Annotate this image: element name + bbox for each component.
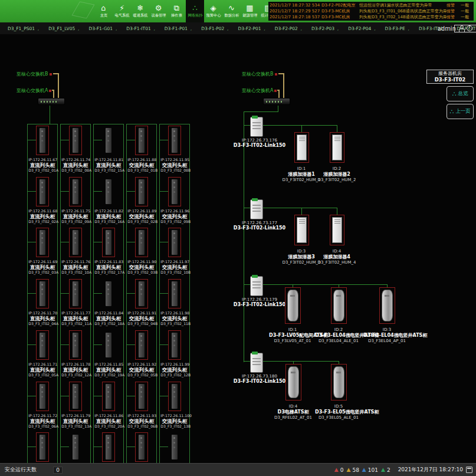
cabinet-node[interactable]: IP:172.26.11.84 直流列头柜 D3_F3_IT02_18A xyxy=(94,278,123,329)
cabinet-icon xyxy=(106,333,111,357)
cabinet-alarm-frame xyxy=(36,330,49,360)
cabinet-node[interactable]: IP:172.26.11.76 直流列头柜 D3_F3_IT02_10A xyxy=(61,226,90,278)
page-tab[interactable]: D3-F2-P04 xyxy=(345,25,378,32)
menu-item[interactable]: ⚡ 电气系统 xyxy=(113,0,131,22)
ats-node[interactable]: ID:5 D3-F3-EL05强电竖井ATS柜 D3_F3EL05_ALE_01 xyxy=(315,364,362,421)
cabinet-alarm-frame xyxy=(36,432,49,462)
page-tab[interactable]: D3_F1_LV05 xyxy=(45,25,82,32)
cabinet-type: 交流列头柜 xyxy=(160,418,189,424)
cabinet-type: 交流列头柜 xyxy=(127,214,156,219)
cabinet-node[interactable]: IP:172.26.11.85 直流列头柜 D3_F3_IT02_19A xyxy=(94,329,123,380)
access-switch[interactable] xyxy=(38,98,65,105)
cabinet-node[interactable]: IP:172.26.11.78 直流列头柜 D3_F3_IT02_12A xyxy=(61,329,90,380)
alarm-row[interactable]: 2021/12/7 18:27:29 527 D3-F3-MC机房 列头柜D3_… xyxy=(270,8,472,14)
overview-button[interactable]: ∴ 总览 xyxy=(447,86,474,101)
humidifier-node[interactable]: ID:2 湿膜加湿器2 D3_F3IT02_HUM_2 xyxy=(313,132,360,183)
red-indicator xyxy=(274,90,277,92)
cabinet-node[interactable]: IP:172.26.11.75 直流列头柜 D3_F3_IT02_09A xyxy=(61,176,90,227)
ats-node[interactable]: ID:4 D3电梯ATS柜 D3_RFEL02_AT_01 xyxy=(270,364,317,421)
cabinet-node[interactable]: IP:172.26.11.91 交流列头柜 D3_F3_IT02_04B xyxy=(127,278,156,329)
cabinet-icon xyxy=(106,179,111,204)
menu-item[interactable]: ▦ 能源管理 xyxy=(241,0,259,22)
cabinet-node[interactable]: IP:172.26.11.90 交流列头柜 D3_F3_IT02_03B xyxy=(127,226,156,278)
page-tab[interactable]: D3-F1-P01 xyxy=(162,25,195,32)
page-tab[interactable]: D3-F1-IT01 xyxy=(123,25,158,32)
menu-item[interactable]: ◈ 预警中心 xyxy=(204,0,222,22)
cabinet-node[interactable]: IP:172.26.11.82 直流列头柜 D3_F3_IT02_16A xyxy=(94,176,123,227)
menu-item[interactable]: ∴ 网络拓扑 xyxy=(186,0,204,22)
cabinet-node[interactable]: IP:172.26.11.79 直流列头柜 D3_F3_IT02_13A xyxy=(61,380,90,432)
cabinet-node[interactable]: IP:172.26.11.95 交流列头柜 D3_F3_IT02_08B xyxy=(160,124,189,176)
cabinet-node[interactable]: IP:172.26.11.89 交流列头柜 D3_F3_IT02_02B xyxy=(127,176,156,227)
cabinet-node[interactable]: IP:172.26.11.93 交流列头柜 D3_F3_IT02_06B xyxy=(127,380,156,432)
cabinet-code: D3_F3_IT02_04B xyxy=(127,321,156,326)
device-id: ID:2 xyxy=(315,327,362,333)
cabinet-node[interactable]: IP:172.26.11.88 交流列头柜 D3_F3_IT02_01B xyxy=(127,124,156,176)
menu-icon: ◈ xyxy=(211,4,216,12)
cabinet-icon xyxy=(40,435,45,459)
cabinet-node[interactable]: IP:172.26.11.92 交流列头柜 D3_F3_IT02_05B xyxy=(127,329,156,380)
connector-line xyxy=(278,106,278,111)
cabinet-node[interactable]: IP:172.26.11.68 直流列头柜 D3_F3_IT02_02A xyxy=(28,176,57,227)
alarm-status: 报警 xyxy=(447,8,461,14)
cabinet-node[interactable]: IP:172.26.11.81 直流列头柜 D3_F3_IT02_15A xyxy=(94,124,123,176)
cabinet-node[interactable]: IP:172.26.11.97 交流列头柜 D3_F3_IT02_10B xyxy=(160,226,189,278)
logout-power-icon[interactable] xyxy=(467,25,472,31)
cabinet-node[interactable]: IP:172.26.11.71 直流列头柜 D3_F3_IT02_05A xyxy=(28,329,57,380)
cabinet-node[interactable]: IP:172.26.11.74 直流列头柜 D3_F3_IT02_08A xyxy=(61,124,90,176)
cabinet-icon xyxy=(172,384,178,409)
cabinet-node[interactable]: IP:172.26.11.96 交流列头柜 D3_F3_IT02_09B xyxy=(160,176,189,227)
cabinet-node[interactable]: IP:172.26.11.99 交流列头柜 D3_F3_IT02_12B xyxy=(160,329,189,380)
alarm-count-badge[interactable]: ▲ 2 xyxy=(381,467,390,473)
cabinet-node[interactable]: IP:172.26.11.72 直流列头柜 D3_F3_IT02_06A xyxy=(28,380,57,432)
previous-page-button[interactable]: ∴ 上一页 xyxy=(447,104,474,119)
page-tab[interactable]: D3_F1_PS01 xyxy=(5,25,42,32)
menu-item[interactable]: ❄ 暖通系统 xyxy=(131,0,149,22)
menu-icon: ∿ xyxy=(228,4,235,12)
page-tab[interactable]: D3-F3-PE xyxy=(382,25,412,32)
ats-node[interactable]: ID:3 D3-F3-EL04强电竖井ATS柜 D3_F3EL04_AP_01 xyxy=(363,287,411,344)
alarm-count-badge[interactable]: ▲ 58 xyxy=(346,467,359,473)
safe-days-value: 0 xyxy=(53,467,63,474)
ats-node[interactable]: ID:1 D3-F3-LV05配电间ATS柜 D3_F3LV05_AT_01 xyxy=(269,287,316,344)
right-uplink-a-label: 至核心交换机A xyxy=(242,87,277,94)
page-tab[interactable]: D3-F1-G01 xyxy=(86,25,120,32)
device-alarm-frame xyxy=(294,215,309,245)
cabinet-node[interactable]: IP:172.26.11.83 直流列头柜 D3_F3_IT02_17A xyxy=(94,226,123,278)
menu-item-label: 设备管理 xyxy=(151,13,166,18)
alarm-row[interactable]: 2021/12/7 18:27:18 537 D3-F3-MC机房 列头柜D3_… xyxy=(270,14,472,20)
link150-gateway[interactable] xyxy=(250,276,263,296)
alarm-status: 报警 xyxy=(447,14,461,20)
humidifier-node[interactable]: ID:4 湿膜加湿器4 D3_F3IT02_HUM_4 xyxy=(313,215,360,265)
alarm-row[interactable]: 2021/12/7 18:27:32 534 D3-F2-P02配电室 恒温恒湿… xyxy=(270,2,472,8)
calendar-icon[interactable] xyxy=(466,467,472,473)
menu-item[interactable]: ⧉ 操作票 xyxy=(168,0,186,22)
cabinet-node[interactable]: IP:172.26.11.77 直流列头柜 D3_F3_IT02_11A xyxy=(61,278,90,329)
cabinet-node[interactable]: IP:172.26.11.69 直流列头柜 D3_F3_IT02_03A xyxy=(28,226,57,278)
access-switch[interactable] xyxy=(263,98,290,105)
ats-node[interactable]: ID:2 D3-F3-EL04强电竖井ATS柜 D3_F3EL04_ALE_01 xyxy=(315,287,362,344)
cabinet-node[interactable]: IP:172.26.11.100 交流列头柜 D3_F3_IT02_13B xyxy=(160,380,189,432)
link150-gateway[interactable] xyxy=(250,353,263,373)
menu-item[interactable]: ⚙ 设备管理 xyxy=(149,0,168,22)
cabinet-node[interactable]: IP:172.26.11.70 直流列头柜 D3_F3_IT02_04A xyxy=(28,278,57,329)
page-tab[interactable]: D3-F2-P01 xyxy=(235,25,268,32)
cabinet-icon xyxy=(40,384,45,409)
cabinet-icon xyxy=(139,179,145,204)
page-tab[interactable]: D3-F1-P02 xyxy=(198,25,231,32)
link150-gateway[interactable] xyxy=(250,117,263,137)
user-icon[interactable] xyxy=(458,25,464,31)
red-indicator xyxy=(275,73,277,75)
menu-item[interactable]: ∿ 数据分析 xyxy=(222,0,241,22)
link150-gateway[interactable] xyxy=(250,199,263,219)
menu-item[interactable]: ⌂ 主页 xyxy=(94,0,113,22)
device-alarm-frame xyxy=(330,215,344,245)
page-tab[interactable]: D3-F2-P02 xyxy=(272,25,305,32)
cabinet-type: 交流列头柜 xyxy=(127,264,156,270)
cabinet-node[interactable]: IP:172.26.11.98 交流列头柜 D3_F3_IT02_11B xyxy=(160,278,189,329)
cabinet-node[interactable]: IP:172.26.11.67 直流列头柜 D3_F3_IT02_01A xyxy=(28,124,57,176)
page-tab[interactable]: D3-F2-P03 xyxy=(308,25,342,32)
alarm-count-badge[interactable]: ▲ 101 xyxy=(362,467,378,473)
alarm-count-badge[interactable]: ▲ 0 xyxy=(334,467,344,473)
cabinet-node[interactable]: IP:172.26.11.86 直流列头柜 D3_F3_IT02_20A xyxy=(94,380,123,432)
